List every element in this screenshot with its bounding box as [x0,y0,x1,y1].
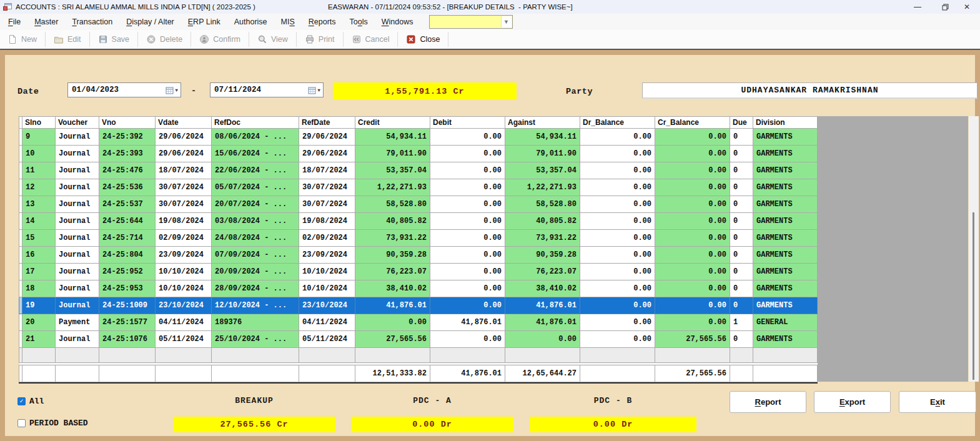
cell[interactable]: 19 [22,297,56,314]
cell[interactable]: 21 [22,331,56,348]
cell[interactable]: 24-25:952 [99,264,156,280]
cell[interactable]: Journal [56,179,99,196]
cell[interactable]: 12 [22,179,56,196]
cell[interactable]: 11 [22,162,56,179]
cell[interactable]: 24-25:537 [99,196,156,213]
cell[interactable]: Payment [56,314,99,331]
cell[interactable]: 0.00 [430,179,505,196]
cell[interactable]: 08/06/2024 - ... [212,129,299,146]
cell[interactable]: 0.00 [430,331,505,348]
cell[interactable]: Journal [56,297,99,314]
cell[interactable]: 30/07/2024 [299,179,355,196]
cell[interactable]: 19/08/2024 [299,213,355,230]
cell[interactable]: 0 [730,146,753,162]
cell[interactable]: 0.00 [580,331,655,348]
cell[interactable]: 40,805.82 [355,213,430,230]
cell[interactable]: Journal [56,331,99,348]
cell[interactable]: 03/08/2024 - ... [212,213,299,230]
cell[interactable]: 0.00 [580,146,655,162]
cell[interactable]: 29/06/2024 [299,129,355,146]
cell[interactable]: 29/06/2024 [299,146,355,162]
cell[interactable]: GARMENTS [753,162,818,179]
cell[interactable]: 0.00 [505,331,580,348]
new-button[interactable]: New [0,31,44,47]
cell[interactable]: 0.00 [655,314,730,331]
menu-windows[interactable]: Windows [375,15,420,29]
cell[interactable]: 0.00 [430,162,505,179]
cell[interactable]: 24-25:476 [99,162,156,179]
cell[interactable]: 0 [730,230,753,247]
cell[interactable]: 41,876.01 [355,297,430,314]
cell[interactable]: 0.00 [655,230,730,247]
cell[interactable]: 24-25:1577 [99,314,156,331]
cell[interactable]: 41,876.01 [505,297,580,314]
view-button[interactable]: View [250,31,295,47]
close-window-button[interactable]: ✕ [959,0,980,14]
cell[interactable]: 0 [730,264,753,280]
cell[interactable]: 0.00 [580,297,655,314]
cell[interactable]: 23/09/2024 [156,247,212,264]
cell[interactable]: 30/07/2024 [299,196,355,213]
table-row-13[interactable]: 13Journal24-25:53730/07/202420/07/2024 -… [19,196,818,213]
cell[interactable]: 0.00 [655,129,730,146]
menu-mis[interactable]: MIS [274,15,302,29]
cell[interactable]: 0.00 [580,247,655,264]
cell[interactable]: 0.00 [430,297,505,314]
cell[interactable]: 76,223.07 [505,264,580,280]
cell[interactable]: 10 [22,146,56,162]
quick-search-combobox[interactable]: ▼ [429,15,513,29]
cell[interactable]: 25/10/2024 - ... [212,331,299,348]
cell[interactable]: 0.00 [430,230,505,247]
cell[interactable]: 0.00 [655,162,730,179]
cell[interactable]: Journal [56,230,99,247]
cell[interactable]: 23/09/2024 [299,247,355,264]
edit-button[interactable]: Edit [46,31,89,47]
report-button[interactable]: Report [730,391,806,413]
cell[interactable]: 05/11/2024 [299,331,355,348]
export-button[interactable]: Export [814,391,891,413]
cell[interactable]: 19/08/2024 [156,213,212,230]
table-row-21[interactable]: 21Journal24-25:107605/11/202425/10/2024 … [19,331,818,348]
menu-master[interactable]: Master [27,15,65,29]
cell[interactable]: 41,876.01 [505,314,580,331]
table-row-12[interactable]: 12Journal24-25:53630/07/202405/07/2024 -… [19,179,818,196]
cell[interactable]: GENERAL [753,314,818,331]
exit-button[interactable]: Exit [899,391,976,413]
cell[interactable]: Journal [56,146,99,162]
cell[interactable]: 40,805.82 [505,213,580,230]
menu-erp-link[interactable]: ERP Link [181,15,227,29]
cell[interactable]: GARMENTS [753,264,818,280]
cell[interactable]: 0 [730,331,753,348]
table-row-10[interactable]: 10Journal24-25:39329/06/202415/06/2024 -… [19,146,818,162]
cell[interactable]: 54,934.11 [355,129,430,146]
cell[interactable]: 90,359.28 [355,247,430,264]
cell[interactable]: GARMENTS [753,196,818,213]
cell[interactable]: 0 [730,297,753,314]
cell[interactable]: 18/07/2024 [156,162,212,179]
cell[interactable]: 0.00 [430,247,505,264]
chevron-down-icon[interactable]: ▼ [175,87,178,93]
cell[interactable]: 12/10/2024 - ... [212,297,299,314]
menu-reports[interactable]: Reports [302,15,343,29]
date-to-input[interactable]: 07/11/2024 ▼ [210,82,324,97]
cell[interactable]: 0.00 [430,129,505,146]
confirm-button[interactable]: Confirm [192,31,248,47]
cell[interactable]: 04/11/2024 [156,314,212,331]
cell[interactable]: 0 [730,162,753,179]
cell[interactable]: Journal [56,264,99,280]
cell[interactable]: 02/09/2024 [156,230,212,247]
delete-button[interactable]: Delete [139,31,190,47]
cell[interactable]: 0.00 [655,179,730,196]
cell[interactable]: 53,357.04 [355,162,430,179]
cell[interactable]: 73,931.22 [505,230,580,247]
cell[interactable]: 0 [730,280,753,297]
menu-display-alter[interactable]: Display / Alter [119,15,181,29]
cell[interactable]: 73,931.22 [355,230,430,247]
cell[interactable]: 24-25:804 [99,247,156,264]
cell[interactable]: 53,357.04 [505,162,580,179]
cell[interactable]: 0.00 [430,280,505,297]
cell[interactable]: 18/07/2024 [299,162,355,179]
cell[interactable]: 58,528.80 [355,196,430,213]
cell[interactable]: 24-25:644 [99,213,156,230]
cell[interactable]: 10/10/2024 [299,264,355,280]
